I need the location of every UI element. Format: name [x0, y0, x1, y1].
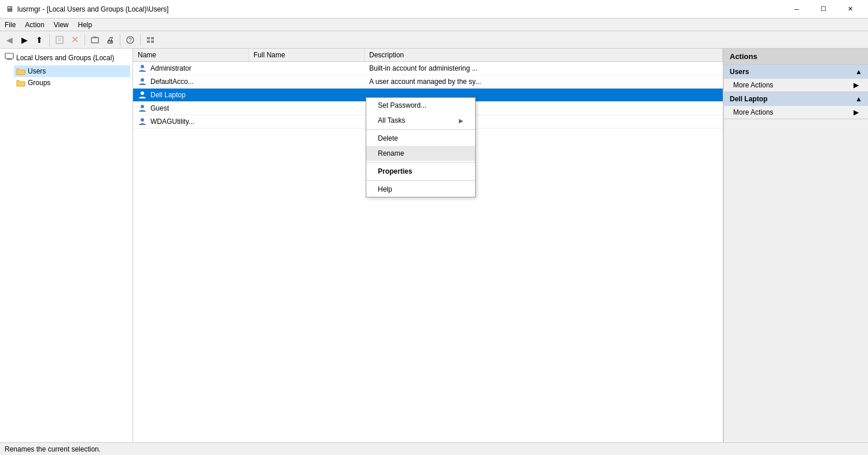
chevron-up-icon-2: ▲ [855, 95, 862, 103]
tree-root-item[interactable]: Local Users and Groups (Local) [2, 51, 130, 64]
user-icon [138, 117, 147, 126]
cell-fullname [249, 80, 365, 83]
svg-rect-11 [5, 53, 13, 58]
print-button[interactable]: 🖨 [103, 33, 117, 47]
toolbar-separator-4 [140, 34, 141, 46]
cell-name: Administrator [133, 62, 249, 75]
maximize-button[interactable]: ☐ [810, 0, 837, 19]
ctx-rename[interactable]: Rename [366, 146, 475, 161]
svg-rect-0 [56, 36, 63, 43]
title-bar-left: 🖥 lusrmgr - [Local Users and Groups (Loc… [5, 5, 168, 14]
close-button[interactable]: ✕ [837, 0, 863, 19]
app-icon: 🖥 [5, 5, 14, 14]
minimize-button[interactable]: ─ [784, 0, 810, 19]
cell-fullname [249, 120, 365, 123]
ctx-properties[interactable]: Properties [366, 164, 475, 179]
ctx-all-tasks-arrow: ▶ [459, 118, 464, 124]
actions-section-users-label: Users [730, 68, 749, 76]
context-menu: Set Password... All Tasks ▶ Delete Renam… [366, 97, 476, 197]
toolbar: ◀ ▶ ⬆ ✕ 🖨 ? [0, 31, 868, 49]
cell-name: Guest [133, 102, 249, 115]
cell-name: DefaultAcco... [133, 75, 249, 88]
tree-root-label: Local Users and Groups (Local) [16, 54, 114, 62]
user-icon [138, 104, 147, 113]
tree-item-users[interactable]: Users [14, 65, 130, 77]
tree-item-groups-label: Groups [28, 79, 50, 87]
ctx-set-password[interactable]: Set Password... [366, 98, 475, 113]
title-text: lusrmgr - [Local Users and Groups (Local… [17, 5, 168, 13]
svg-point-18 [141, 118, 144, 122]
svg-rect-3 [91, 38, 98, 43]
table-row[interactable]: Administrator Built-in account for admin… [133, 62, 723, 75]
svg-point-17 [141, 105, 144, 108]
cell-desc [365, 93, 723, 97]
status-text: Renames the current selection. [5, 445, 101, 453]
actions-more-actions-users[interactable]: More Actions ▶ [724, 79, 868, 91]
forward-button[interactable]: ▶ [17, 33, 31, 47]
back-button[interactable]: ◀ [2, 33, 16, 47]
view-button[interactable] [144, 33, 157, 47]
toolbar-separator-3 [120, 34, 120, 46]
ctx-separator-3 [366, 180, 475, 181]
properties-button[interactable] [88, 33, 102, 47]
menu-help[interactable]: Help [73, 19, 97, 31]
user-icon [138, 64, 147, 73]
folder-icon-groups [16, 78, 25, 87]
title-bar-controls: ─ ☐ ✕ [784, 0, 863, 19]
actions-section-header-users[interactable]: Users ▲ [724, 65, 868, 79]
svg-rect-7 [147, 37, 150, 39]
ctx-separator-2 [366, 162, 475, 163]
up-button[interactable]: ⬆ [32, 33, 46, 47]
actions-section-users: Users ▲ More Actions ▶ [724, 65, 868, 92]
svg-point-15 [141, 78, 144, 82]
status-bar: Renames the current selection. [0, 442, 868, 455]
actions-panel: Actions Users ▲ More Actions ▶ Dell Lapt… [723, 49, 868, 442]
tree-item-users-label: Users [28, 67, 46, 75]
cell-name: Dell Laptop [133, 89, 249, 101]
toolbar-separator-2 [84, 34, 85, 46]
actions-section-dell-laptop-label: Dell Laptop [730, 95, 767, 103]
export-button[interactable] [53, 33, 67, 47]
actions-more-actions-dell-laptop[interactable]: More Actions ▶ [724, 106, 868, 119]
tree-children: Users Groups [14, 65, 130, 89]
cell-desc: A user account managed by the sy... [365, 76, 723, 87]
svg-rect-8 [151, 37, 154, 39]
svg-rect-4 [93, 36, 97, 38]
menu-action[interactable]: Action [20, 19, 49, 31]
col-header-fullname[interactable]: Full Name [249, 49, 365, 61]
list-header: Name Full Name Description [133, 49, 723, 62]
col-header-desc[interactable]: Description [365, 49, 723, 61]
computer-icon [5, 52, 14, 63]
folder-icon-users [16, 67, 25, 76]
delete-button[interactable]: ✕ [68, 33, 82, 47]
table-row[interactable]: DefaultAcco... A user account managed by… [133, 75, 723, 89]
menu-file[interactable]: File [0, 19, 20, 31]
actions-section-dell-laptop: Dell Laptop ▲ More Actions ▶ [724, 92, 868, 119]
actions-title: Actions [724, 49, 868, 65]
actions-section-header-dell-laptop[interactable]: Dell Laptop ▲ [724, 92, 868, 106]
cell-name: WDAGUtility... [133, 115, 249, 128]
ctx-help[interactable]: Help [366, 182, 475, 197]
help-button[interactable]: ? [123, 33, 137, 47]
title-bar: 🖥 lusrmgr - [Local Users and Groups (Loc… [0, 0, 868, 19]
menu-bar: File Action View Help [0, 19, 868, 31]
svg-rect-9 [147, 41, 150, 43]
chevron-right-icon: ▶ [854, 81, 859, 89]
toolbar-separator-1 [49, 34, 50, 46]
user-icon [138, 77, 147, 86]
cell-fullname [249, 107, 365, 110]
chevron-right-icon-2: ▶ [854, 108, 859, 116]
svg-text:?: ? [128, 37, 132, 43]
ctx-separator-1 [366, 129, 475, 130]
svg-rect-10 [151, 41, 154, 43]
ctx-all-tasks[interactable]: All Tasks ▶ [366, 113, 475, 128]
menu-view[interactable]: View [49, 19, 73, 31]
cell-desc: Built-in account for administering ... [365, 63, 723, 74]
chevron-up-icon: ▲ [855, 68, 862, 76]
tree-item-groups[interactable]: Groups [14, 77, 130, 89]
cell-fullname [249, 93, 365, 97]
cell-fullname [249, 67, 365, 70]
ctx-delete[interactable]: Delete [366, 131, 475, 146]
svg-point-16 [141, 91, 144, 95]
col-header-name[interactable]: Name [133, 49, 249, 61]
